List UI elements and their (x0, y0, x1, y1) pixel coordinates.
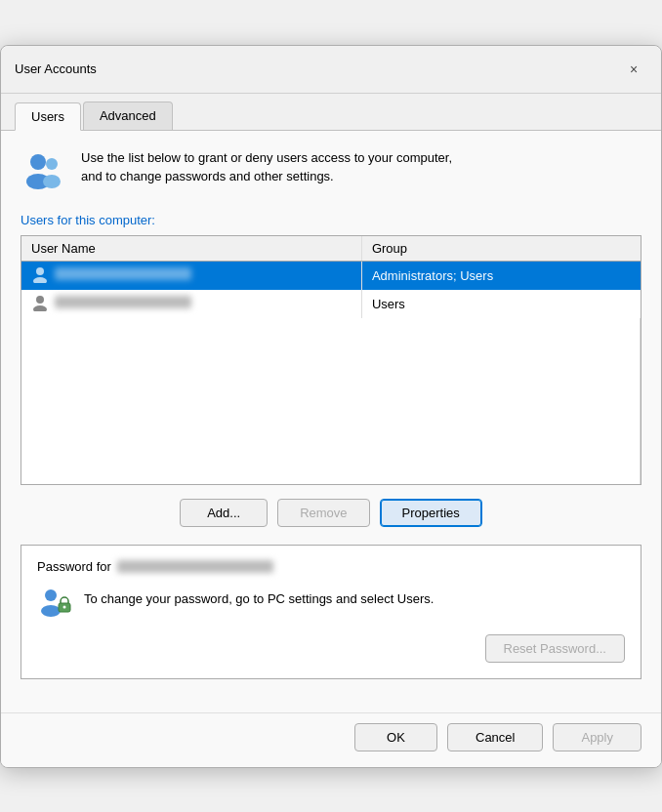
user-table-container: User Name Group (21, 235, 641, 485)
user-name-cell (21, 261, 361, 290)
add-button[interactable]: Add... (180, 499, 268, 527)
username-blurred (55, 296, 191, 308)
dialog-title: User Accounts (15, 61, 97, 76)
users-section-label: Users for this computer: (21, 213, 641, 227)
svg-point-8 (45, 589, 57, 601)
svg-point-11 (63, 605, 66, 608)
user-accounts-dialog: User Accounts × Users Advanced (0, 45, 662, 768)
reset-password-button[interactable]: Reset Password... (485, 634, 626, 663)
users-icon (21, 148, 67, 195)
svg-point-2 (46, 158, 58, 170)
user-action-buttons: Add... Remove Properties (21, 499, 641, 527)
password-username-blurred (117, 560, 273, 573)
password-icon (37, 586, 72, 621)
info-description: Use the list below to grant or deny user… (81, 148, 452, 186)
properties-button[interactable]: Properties (380, 499, 482, 527)
user-avatar (31, 294, 191, 311)
svg-point-6 (36, 296, 44, 304)
password-change-icon (37, 586, 72, 621)
table-empty-row (21, 318, 641, 484)
svg-point-4 (36, 267, 44, 275)
username-blurred (55, 267, 191, 280)
svg-point-9 (41, 605, 61, 617)
svg-point-5 (33, 277, 47, 283)
svg-point-7 (33, 305, 47, 311)
svg-point-0 (30, 154, 46, 170)
user-table: User Name Group (21, 236, 641, 484)
user-row-icon (31, 294, 49, 311)
table-row[interactable]: Users (21, 290, 641, 318)
password-section: Password for To change your password, go… (21, 545, 641, 679)
user-avatar (31, 265, 191, 283)
group-cell: Administrators; Users (361, 261, 640, 290)
title-bar: User Accounts × (1, 46, 661, 94)
tab-users[interactable]: Users (15, 102, 81, 131)
tab-advanced[interactable]: Advanced (83, 102, 173, 130)
table-row[interactable]: Administrators; Users (21, 261, 641, 290)
password-label: Password for (37, 559, 625, 574)
cancel-button[interactable]: Cancel (447, 723, 543, 751)
remove-button[interactable]: Remove (277, 499, 369, 527)
reset-btn-row: Reset Password... (37, 634, 625, 663)
user-row-icon (31, 265, 49, 283)
group-cell: Users (361, 290, 640, 318)
close-button[interactable]: × (620, 56, 647, 83)
main-content: Use the list below to grant or deny user… (1, 131, 661, 712)
column-header-group: Group (361, 236, 640, 262)
info-box: Use the list below to grant or deny user… (21, 148, 641, 195)
footer: OK Cancel Apply (1, 712, 661, 767)
table-header-row: User Name Group (21, 236, 641, 262)
password-info: To change your password, go to PC settin… (37, 586, 625, 621)
tab-bar: Users Advanced (1, 94, 661, 131)
user-name-cell (21, 290, 361, 318)
password-description: To change your password, go to PC settin… (84, 586, 434, 610)
ok-button[interactable]: OK (354, 723, 437, 751)
svg-point-3 (43, 175, 61, 188)
apply-button[interactable]: Apply (553, 723, 641, 751)
column-header-username: User Name (21, 236, 361, 262)
